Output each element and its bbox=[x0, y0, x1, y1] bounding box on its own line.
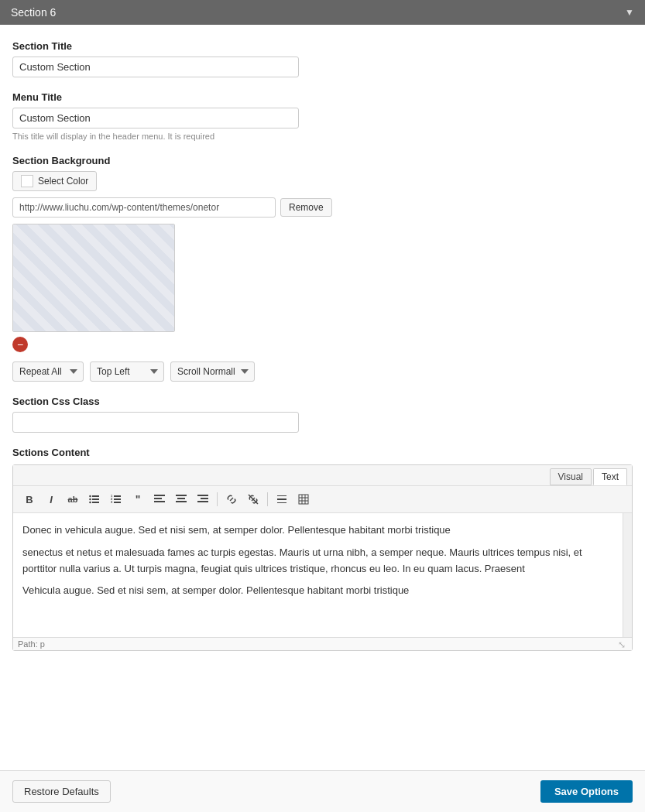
editor-paragraph-2: senectus et netus et malesuada fames ac … bbox=[22, 545, 609, 577]
link-button[interactable] bbox=[221, 490, 242, 509]
editor-toolbar: B I ab 123 " bbox=[13, 486, 632, 513]
editor-content: Donec in vehicula augue. Sed et nisi sem… bbox=[22, 522, 623, 599]
section-title-label: Section Title bbox=[12, 40, 633, 52]
table-button[interactable] bbox=[293, 490, 314, 509]
hr-button[interactable] bbox=[272, 490, 292, 509]
select-color-button[interactable]: Select Color bbox=[12, 171, 97, 191]
svg-rect-0 bbox=[92, 495, 99, 497]
svg-rect-17 bbox=[176, 501, 187, 502]
svg-rect-24 bbox=[277, 502, 286, 503]
svg-rect-20 bbox=[197, 501, 208, 502]
restore-defaults-button[interactable]: Restore Defaults bbox=[12, 780, 111, 803]
menu-title-group: Menu Title This title will display in th… bbox=[12, 91, 633, 141]
svg-rect-23 bbox=[277, 495, 286, 496]
svg-text:3: 3 bbox=[111, 500, 113, 504]
color-swatch bbox=[21, 175, 33, 187]
select-color-label: Select Color bbox=[38, 176, 88, 187]
tab-visual[interactable]: Visual bbox=[550, 468, 592, 485]
svg-rect-12 bbox=[154, 495, 165, 496]
editor-path: Path: p bbox=[18, 639, 45, 649]
align-center-button[interactable] bbox=[171, 490, 191, 509]
css-class-input[interactable] bbox=[12, 412, 299, 433]
save-options-button[interactable]: Save Options bbox=[540, 780, 633, 803]
sections-content-label: Sctions Content bbox=[12, 447, 633, 458]
svg-point-5 bbox=[89, 502, 91, 504]
remove-image-button[interactable]: − bbox=[12, 337, 28, 352]
section-background-label: Section Background bbox=[12, 155, 633, 166]
remove-button[interactable]: Remove bbox=[280, 198, 332, 217]
svg-rect-8 bbox=[114, 502, 121, 503]
align-left-button[interactable] bbox=[149, 490, 170, 509]
menu-title-hint: This title will display in the header me… bbox=[12, 132, 633, 141]
main-content: Section Title Menu Title This title will… bbox=[0, 25, 645, 770]
svg-point-3 bbox=[89, 495, 91, 498]
align-right-button[interactable] bbox=[193, 490, 213, 509]
italic-button[interactable]: I bbox=[41, 490, 61, 509]
section-header-title: Section 6 bbox=[11, 6, 56, 19]
svg-rect-1 bbox=[92, 499, 99, 500]
section-header: Section 6 ▼ bbox=[0, 0, 645, 25]
resize-handle[interactable]: ⤡ bbox=[618, 639, 627, 649]
minus-icon: − bbox=[17, 339, 23, 350]
svg-rect-14 bbox=[154, 501, 165, 502]
toolbar-divider bbox=[217, 492, 218, 506]
bold-button[interactable]: B bbox=[19, 490, 39, 509]
svg-rect-16 bbox=[177, 498, 185, 499]
svg-rect-13 bbox=[154, 498, 162, 499]
css-class-group: Section Css Class bbox=[12, 396, 633, 433]
svg-rect-19 bbox=[201, 498, 208, 499]
editor-paragraph-3: Vehicula augue. Sed et nisi sem, at semp… bbox=[22, 583, 609, 599]
unlink-button[interactable] bbox=[243, 490, 263, 509]
section-title-input[interactable] bbox=[12, 57, 299, 77]
editor-body[interactable]: Donec in vehicula augue. Sed et nisi sem… bbox=[13, 513, 632, 637]
svg-rect-25 bbox=[299, 495, 308, 504]
blockquote-button[interactable]: " bbox=[128, 490, 148, 509]
editor-paragraph-1: Donec in vehicula augue. Sed et nisi sem… bbox=[22, 522, 609, 539]
background-url-input[interactable] bbox=[12, 197, 276, 218]
sections-content-group: Sctions Content Visual Text B I ab 123 bbox=[12, 447, 633, 651]
editor-area: Visual Text B I ab 123 " bbox=[12, 464, 633, 651]
dropdowns-row: Repeat All No Repeat Repeat X Repeat Y T… bbox=[12, 361, 633, 382]
image-preview-inner bbox=[13, 224, 174, 331]
url-row: Remove bbox=[12, 197, 633, 218]
svg-rect-7 bbox=[114, 499, 121, 500]
svg-rect-22 bbox=[277, 499, 286, 500]
repeat-select[interactable]: Repeat All No Repeat Repeat X Repeat Y bbox=[12, 361, 84, 382]
chevron-down-icon[interactable]: ▼ bbox=[625, 7, 634, 18]
section-background-group: Section Background Select Color Remove −… bbox=[12, 155, 633, 382]
menu-title-label: Menu Title bbox=[12, 91, 633, 103]
scroll-select[interactable]: Scroll Normall Fixed Local bbox=[170, 361, 255, 382]
svg-point-4 bbox=[89, 499, 91, 501]
toolbar-divider-2 bbox=[267, 492, 268, 506]
ol-button[interactable]: 123 bbox=[106, 490, 126, 509]
editor-tabs: Visual Text bbox=[13, 465, 632, 486]
image-preview bbox=[12, 224, 175, 332]
editor-scrollbar[interactable] bbox=[623, 513, 632, 637]
position-select[interactable]: Top Left Top Center Top Right Center Bot… bbox=[90, 361, 164, 382]
ul-button[interactable] bbox=[84, 490, 105, 509]
strikethrough-button[interactable]: ab bbox=[63, 490, 83, 509]
svg-rect-6 bbox=[114, 495, 121, 497]
svg-rect-2 bbox=[92, 502, 99, 503]
svg-rect-18 bbox=[197, 495, 208, 496]
section-title-group: Section Title bbox=[12, 40, 633, 77]
tab-text[interactable]: Text bbox=[593, 468, 627, 485]
css-class-label: Section Css Class bbox=[12, 396, 633, 407]
menu-title-input[interactable] bbox=[12, 108, 299, 128]
svg-rect-15 bbox=[176, 495, 187, 496]
footer-bar: Restore Defaults Save Options bbox=[0, 770, 645, 812]
